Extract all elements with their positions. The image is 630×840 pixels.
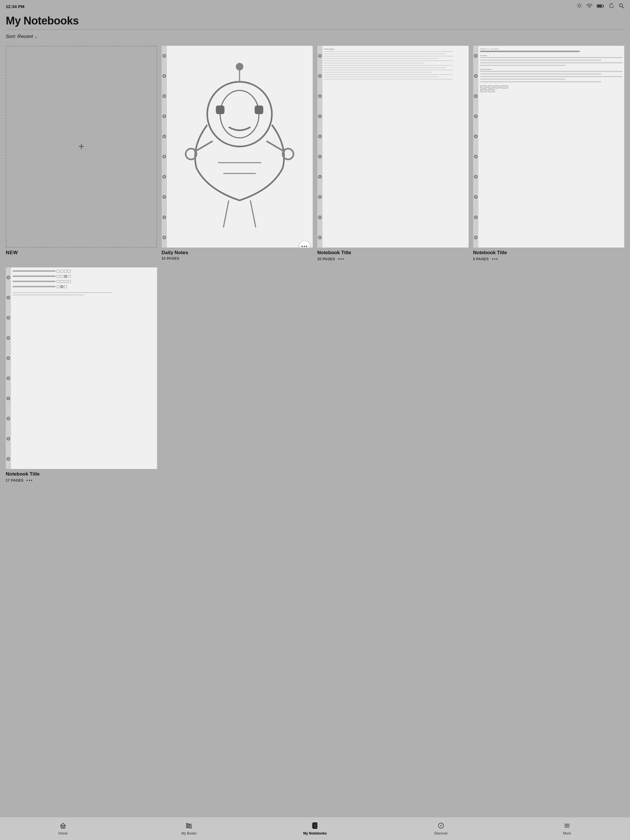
svg-point-17 <box>236 64 243 70</box>
svg-rect-31 <box>188 824 189 828</box>
svg-rect-26 <box>216 106 225 114</box>
notebook-3-cover: Toolkits 1.8 – UX review Scenarios: Plan… <box>473 46 625 248</box>
status-icons <box>576 3 624 10</box>
notebook-3-more-button[interactable]: ••• <box>491 256 498 262</box>
notebook-4-meta: 17 PAGES ••• <box>6 478 33 483</box>
sort-label[interactable]: Sort: Recent ⌄ <box>6 34 38 39</box>
new-label: NEW <box>6 250 18 256</box>
notebook-3-inner: Toolkits 1.8 – UX review Scenarios: Plan… <box>479 46 625 248</box>
new-notebook-cover: + <box>6 46 157 248</box>
svg-line-13 <box>622 6 624 8</box>
spiral-binding-3 <box>473 46 479 248</box>
spiral-binding <box>162 46 167 248</box>
svg-rect-29 <box>62 827 64 828</box>
svg-rect-30 <box>186 823 187 828</box>
bottom-nav: Home My Books My Notebooks <box>0 817 630 840</box>
notebook-4-inner <box>11 267 157 469</box>
new-notebook-item[interactable]: + NEW <box>6 46 157 262</box>
daily-notes-inner <box>167 46 313 248</box>
sort-row[interactable]: Sort: Recent ⌄ <box>6 34 624 39</box>
notebook-4-pages: 17 PAGES <box>6 478 24 482</box>
nav-my-notebooks-label: My Notebooks <box>303 831 327 835</box>
svg-point-14 <box>208 82 272 147</box>
svg-marker-38 <box>440 824 442 827</box>
svg-point-0 <box>578 5 581 7</box>
notebook-3-title: Notebook Title <box>473 250 507 256</box>
more-icon <box>564 822 570 830</box>
notebook-4-cover <box>6 267 157 469</box>
svg-line-6 <box>581 7 581 8</box>
main-content: My Notebooks Sort: Recent ⌄ + NEW <box>0 12 630 840</box>
nav-home-label: Home <box>58 831 68 835</box>
discover-icon <box>438 822 444 830</box>
nav-more-label: More <box>563 831 571 835</box>
notebook-4-title: Notebook Title <box>6 471 40 477</box>
notebook-3-meta: 5 PAGES ••• <box>473 256 498 262</box>
svg-line-7 <box>578 7 578 8</box>
nav-home[interactable]: Home <box>0 820 126 838</box>
nav-discover-label: Discover <box>435 831 448 835</box>
spiral-binding-2 <box>317 46 323 248</box>
notebook-3-pages: 5 PAGES <box>473 257 489 261</box>
daily-notes-pages: 33 PAGES <box>162 256 180 261</box>
sketch-drawing <box>168 47 312 246</box>
nav-my-books-label: My Books <box>181 831 197 835</box>
brightness-icon <box>576 3 582 10</box>
battery-icon <box>597 3 605 9</box>
daily-notes-cover: ••• <box>162 46 313 248</box>
wifi-icon <box>586 3 592 9</box>
daily-notes-item[interactable]: ••• Daily Notes 33 PAGES <box>162 46 313 262</box>
notebook-2-more-button[interactable]: ••• <box>338 256 345 262</box>
time: 12:34 PM <box>6 4 24 9</box>
sync-icon[interactable] <box>609 3 614 10</box>
svg-rect-11 <box>597 5 602 7</box>
notebook-2-title: Notebook Title <box>317 250 351 256</box>
divider <box>6 29 624 30</box>
search-icon[interactable] <box>619 3 624 10</box>
svg-rect-32 <box>313 823 317 829</box>
notebook-4-item[interactable]: Notebook Title 17 PAGES ••• <box>6 267 157 483</box>
notebook-grid: + NEW <box>6 46 624 483</box>
books-icon <box>186 822 192 830</box>
nav-more[interactable]: More <box>504 820 630 838</box>
svg-line-5 <box>578 4 578 5</box>
notebook-2-pages: 20 PAGES <box>317 257 335 261</box>
svg-point-9 <box>589 8 590 8</box>
notebooks-icon <box>312 822 318 830</box>
chevron-down-icon: ⌄ <box>34 35 38 39</box>
notebook-2-meta: 20 PAGES ••• <box>317 256 345 262</box>
notebook-4-more-button[interactable]: ••• <box>27 478 33 483</box>
nav-discover[interactable]: Discover <box>378 820 504 838</box>
daily-notes-meta: 33 PAGES <box>162 256 180 261</box>
status-bar: 12:34 PM <box>0 0 630 12</box>
notebook-2-inner: Form Ideas <box>323 46 469 248</box>
svg-line-25 <box>250 201 256 228</box>
svg-point-12 <box>619 4 622 7</box>
nav-my-notebooks[interactable]: My Notebooks <box>252 820 378 838</box>
plus-icon: + <box>78 141 84 152</box>
svg-rect-27 <box>255 106 263 114</box>
daily-notes-title: Daily Notes <box>162 250 188 256</box>
home-icon <box>60 822 66 830</box>
notebook-2-item[interactable]: Form Ideas Notebook Title <box>317 46 469 262</box>
spiral-binding-4 <box>6 267 11 469</box>
notebook-2-cover: Form Ideas <box>317 46 469 248</box>
notebook-3-item[interactable]: Toolkits 1.8 – UX review Scenarios: Plan… <box>473 46 625 262</box>
svg-line-24 <box>224 201 229 228</box>
nav-my-books[interactable]: My Books <box>126 820 252 838</box>
page-title: My Notebooks <box>6 15 624 27</box>
svg-line-8 <box>581 4 581 5</box>
